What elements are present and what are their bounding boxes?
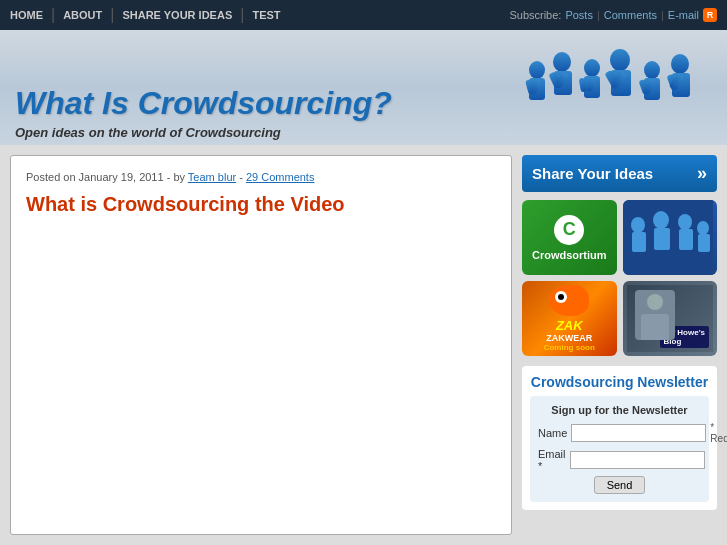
nav-test[interactable]: TEST	[252, 9, 280, 21]
send-button[interactable]: Send	[594, 476, 646, 494]
subscribe-area: Subscribe: Posts | Comments | E-mail R	[509, 8, 717, 22]
svg-point-27	[653, 211, 669, 229]
site-title-area: What Is Crowdsourcing? Open ideas on the…	[15, 86, 512, 140]
svg-rect-28	[654, 228, 670, 250]
svg-point-4	[553, 52, 571, 72]
thumb-crowdsortium[interactable]: C Crowdsortium	[522, 200, 617, 275]
form-title: Sign up for the Newsletter	[538, 404, 701, 416]
jef-portrait	[635, 290, 675, 340]
subscribe-comments[interactable]: Comments	[604, 9, 657, 21]
svg-point-8	[584, 59, 600, 77]
crowd2-svg	[623, 200, 713, 275]
thumb-zakwear[interactable]: ZAK ZAKWEAR Coming soon	[522, 281, 617, 356]
svg-rect-26	[632, 232, 646, 252]
svg-point-12	[610, 49, 630, 71]
post-author-link[interactable]: Team blur	[188, 171, 236, 183]
svg-point-29	[678, 214, 692, 230]
crowd-silhouette-svg	[512, 40, 712, 140]
required-text: * Required	[710, 422, 727, 444]
post-meta: Posted on January 19, 2011 - by Team blu…	[26, 171, 496, 183]
name-row: Name * Required	[538, 422, 701, 444]
nav-home[interactable]: HOME	[10, 9, 43, 21]
crowdsortium-content: C Crowdsortium	[532, 200, 607, 275]
zak-sublabel: ZAKWEAR	[546, 333, 592, 343]
rss-icon[interactable]: R	[703, 8, 717, 22]
site-title: What Is Crowdsourcing?	[15, 86, 512, 121]
svg-point-0	[529, 61, 545, 79]
zak-title: ZAK	[556, 318, 583, 333]
thumb-crowd2[interactable]	[623, 200, 718, 275]
newsletter-section: Crowdsourcing Newsletter Sign up for the…	[522, 366, 717, 510]
newsletter-title: Crowdsourcing Newsletter	[530, 374, 709, 390]
name-label: Name	[538, 427, 567, 439]
name-input[interactable]	[571, 424, 706, 442]
subscribe-label: Subscribe:	[509, 9, 561, 21]
crowdsortium-logo-circle: C	[554, 215, 584, 245]
email-input[interactable]	[570, 451, 705, 469]
svg-point-31	[697, 221, 709, 235]
top-nav: HOME | ABOUT | SHARE YOUR IDEAS | TEST S…	[0, 0, 727, 30]
email-row: Email *	[538, 448, 701, 472]
subscribe-email[interactable]: E-mail	[668, 9, 699, 21]
crowdsortium-logo-letter: C	[563, 219, 576, 240]
post-dash: -	[239, 171, 246, 183]
site-tagline: Open ideas on the world of Crowdsourcing	[15, 125, 512, 140]
crowdsortium-label: Crowdsortium	[532, 249, 607, 261]
svg-rect-30	[679, 229, 693, 250]
zak-coming-soon: Coming soon	[544, 343, 595, 352]
thumb-jef-howe[interactable]: Jef Howe's Blog	[623, 281, 718, 356]
share-banner-text: Share Your Ideas	[532, 165, 653, 182]
share-banner[interactable]: Share Your Ideas »	[522, 155, 717, 192]
main-layout: Posted on January 19, 2011 - by Team blu…	[0, 145, 727, 545]
post-comments-link[interactable]: 29 Comments	[246, 171, 314, 183]
subscribe-posts[interactable]: Posts	[565, 9, 593, 21]
share-banner-arrow: »	[697, 163, 707, 184]
thumbnail-grid: C Crowdsortium	[522, 200, 717, 356]
svg-rect-32	[698, 234, 710, 252]
sidebar: Share Your Ideas » C Crowdsortium	[522, 155, 717, 535]
nav-about[interactable]: ABOUT	[63, 9, 102, 21]
svg-point-20	[671, 54, 689, 74]
zak-mascot	[549, 285, 589, 316]
nav-share-ideas[interactable]: SHARE YOUR IDEAS	[122, 9, 232, 21]
newsletter-form: Sign up for the Newsletter Name * Requir…	[530, 396, 709, 502]
svg-point-16	[644, 61, 660, 79]
site-header: What Is Crowdsourcing? Open ideas on the…	[0, 30, 727, 145]
nav-links: HOME | ABOUT | SHARE YOUR IDEAS | TEST	[10, 6, 281, 24]
content-area: Posted on January 19, 2011 - by Team blu…	[10, 155, 512, 535]
crowd-header-image	[512, 40, 712, 140]
svg-point-25	[631, 217, 645, 233]
email-label: Email *	[538, 448, 566, 472]
post-date-prefix: Posted on January 19, 2011 - by	[26, 171, 185, 183]
post-title-link[interactable]: What is Crowdsourcing the Video	[26, 193, 496, 216]
